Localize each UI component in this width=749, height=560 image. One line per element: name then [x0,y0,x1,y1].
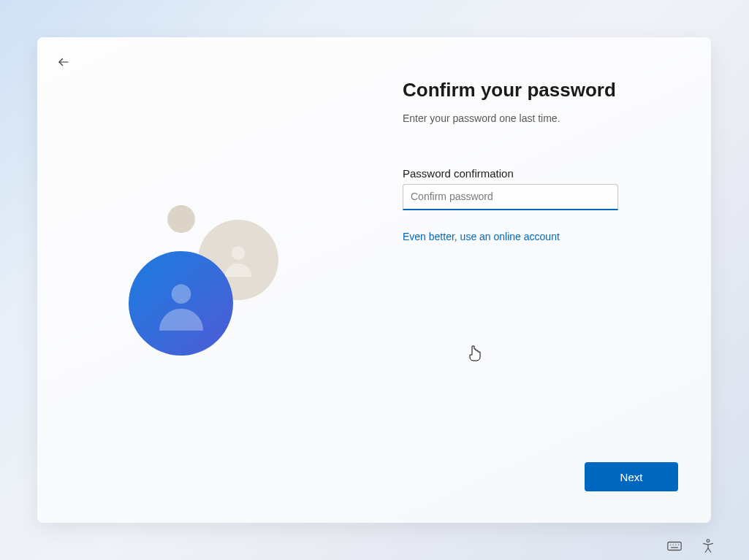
person-icon [152,275,210,333]
accessibility-icon [700,538,716,554]
accessibility-button[interactable] [700,538,716,554]
password-label: Password confirmation [403,167,680,180]
arrow-left-icon [57,55,70,69]
keyboard-icon [666,538,683,554]
decor-circle [167,205,195,233]
svg-point-2 [171,284,191,304]
keyboard-button[interactable] [666,538,683,554]
setup-card: Confirm your password Enter your passwor… [37,37,711,523]
page-subtitle: Enter your password one last time. [403,112,680,126]
primary-user-circle [129,251,233,356]
confirm-password-input[interactable] [403,184,618,210]
svg-point-9 [707,540,710,542]
bottom-toolbar [666,538,716,554]
page-title: Confirm your password [403,79,680,101]
svg-rect-3 [668,542,681,551]
next-button[interactable]: Next [585,462,678,491]
online-account-link[interactable]: Even better, use an online account [403,231,680,242]
content-panel: Confirm your password Enter your passwor… [403,79,680,242]
svg-point-1 [232,246,246,260]
back-button[interactable] [55,53,72,71]
user-illustration [129,205,355,395]
